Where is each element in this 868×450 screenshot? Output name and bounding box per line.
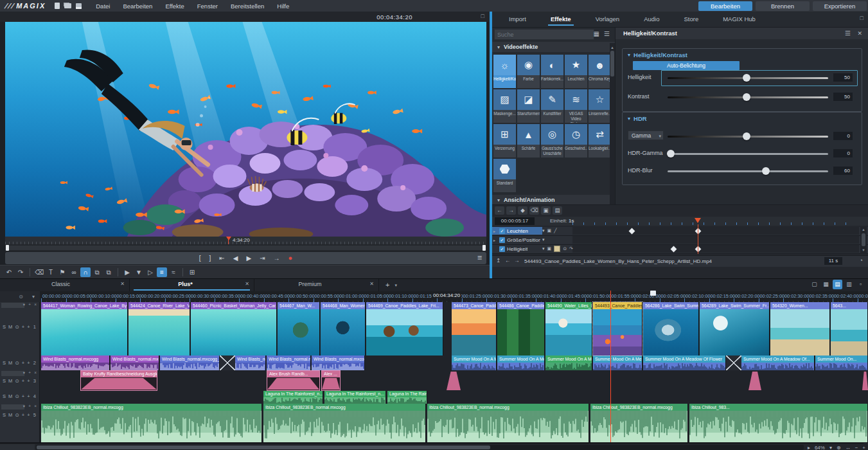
- track-4-buttons[interactable]: S M ⊙ + +: [3, 393, 31, 399]
- video-clip[interactable]: 564286_Lake_Swim_Summer_Friends_B: [643, 302, 699, 356]
- clock-icon[interactable]: ◔: [860, 257, 863, 264]
- track-5-header[interactable]: ▾+×S M ⊙ + +5: [0, 404, 40, 442]
- effects-section-videoeffekte[interactable]: ▾Videoeffekte: [492, 42, 615, 52]
- effect-tile-lookabglei[interactable]: ⇄Lookabglei...: [589, 124, 611, 158]
- effect-tile-standard[interactable]: Standard: [493, 159, 516, 192]
- mouse-mode-track[interactable]: ▷: [145, 267, 155, 277]
- keyframe-row-helligkeit[interactable]: ✓Helligkeit▾▣⊙↷: [492, 245, 868, 254]
- title-tool[interactable]: T: [46, 267, 56, 277]
- chevron-down-icon[interactable]: ▾: [23, 404, 25, 409]
- track-3-header[interactable]: ▾+×S M ⊙ + +3: [0, 370, 40, 391]
- menu-hilfe[interactable]: Hilfe: [272, 1, 294, 11]
- project-tab-premium[interactable]: Premium✕: [254, 279, 379, 291]
- effects-section-ansicht-animation[interactable]: ▾Ansicht/Animation: [492, 195, 615, 205]
- workflow-exportieren-button[interactable]: Exportieren: [813, 1, 867, 11]
- checkbox-gr-e-position[interactable]: ✓: [499, 237, 505, 243]
- hdr-gamma-value[interactable]: 0: [833, 149, 853, 158]
- mode-timeline-icon[interactable]: ▢: [810, 280, 819, 289]
- timeline-marker[interactable]: [650, 291, 656, 296]
- video-clip[interactable]: 5643...: [831, 302, 868, 356]
- mode-storyboard-icon[interactable]: ▦: [821, 280, 831, 289]
- tab-list-icon[interactable]: ▾: [394, 279, 397, 291]
- zoom-in-button[interactable]: +: [862, 445, 865, 450]
- keyframe-playhead-marker[interactable]: [695, 218, 701, 223]
- effect-tile-helligkeit-kontrast[interactable]: ☼Helligkeit/Kontrast: [493, 55, 516, 88]
- new-tab-button[interactable]: +: [385, 279, 389, 291]
- add-icon[interactable]: +: [28, 404, 31, 408]
- tab-vorlagen[interactable]: Vorlagen: [593, 14, 623, 26]
- effect-tile-kunstfilter[interactable]: ✎Kunstfilter: [541, 89, 563, 123]
- music-clip[interactable]: Ibiza Chillout_983823EB_normal.mxcogg: [427, 404, 589, 442]
- range-handle-right[interactable]: [483, 245, 486, 251]
- range-handle-left[interactable]: [6, 245, 9, 251]
- checkbox-helligkeit[interactable]: ✓: [499, 246, 505, 252]
- track-name-field[interactable]: [1, 303, 24, 308]
- lock-icon[interactable]: ⊙: [19, 294, 23, 300]
- effect-tile-vegas-video-stab[interactable]: ≋VEGAS Video Stab...: [565, 89, 587, 123]
- ungroup-button[interactable]: ⧉: [103, 267, 114, 277]
- audio-clip[interactable]: Summer Mood On A Meadow...: [497, 356, 545, 370]
- object-mode[interactable]: ≡: [157, 267, 167, 277]
- curve-mode[interactable]: ≈: [168, 267, 179, 277]
- track-5-buttons[interactable]: S M ⊙ + +: [3, 412, 31, 418]
- list-view-icon[interactable]: ☰: [604, 30, 610, 37]
- kf-prev-button[interactable]: ←: [495, 206, 504, 215]
- audio-clip[interactable]: Summer Mood On A Meadow Of...: [741, 356, 815, 370]
- mark-out-button[interactable]: ]: [209, 252, 211, 264]
- audio-clip[interactable]: Summer Mood On...: [815, 356, 868, 370]
- save-project-icon[interactable]: [76, 3, 82, 9]
- video-clip[interactable]: 544473_Canoe_Paddles...: [452, 302, 497, 356]
- title-clip[interactable]: Alex Brush Randb...: [267, 370, 320, 391]
- zoom-out-button[interactable]: −: [855, 445, 858, 450]
- range-play-icon[interactable]: ▸: [808, 445, 810, 450]
- audio-meter-icon[interactable]: ≣: [477, 254, 483, 261]
- video-clip[interactable]: 544493_Canoe_Paddles_...: [593, 302, 642, 356]
- helligkeit-value[interactable]: 50: [833, 73, 853, 82]
- audio-clip[interactable]: Wind Blasts_normal.mxcogg: [312, 356, 365, 370]
- mode-scene-icon[interactable]: ▤: [833, 280, 842, 289]
- new-project-icon[interactable]: [55, 3, 60, 9]
- project-tab-plus[interactable]: Plus*✕: [130, 279, 254, 291]
- keyframe-ruler[interactable]: [492, 217, 868, 226]
- track-2-buttons[interactable]: S M ⊙ + +: [3, 360, 31, 366]
- video-clip[interactable]: 564289_Lake_Swim_Summer_Fr...: [700, 302, 770, 356]
- crossfade[interactable]: [220, 356, 235, 370]
- effect-tile-linsenrefle[interactable]: ☆Linsenrefle...: [589, 89, 611, 123]
- preview-video[interactable]: [5, 22, 486, 237]
- panel-close-icon[interactable]: ✕: [857, 28, 862, 39]
- jump-start-button[interactable]: ⇤: [219, 252, 224, 264]
- music-clip[interactable]: Ibiza Chillout_983823EB_normal.mxcogg: [41, 404, 262, 442]
- next-object-icon[interactable]: →: [514, 257, 520, 264]
- ruler-options-icon[interactable]: ▾: [32, 294, 35, 300]
- effect-tile-stanzformen[interactable]: ◪Stanzformen: [517, 89, 540, 123]
- title-clip[interactable]: [447, 370, 461, 391]
- timeline-playhead[interactable]: [610, 291, 611, 442]
- crossfade[interactable]: [726, 356, 741, 370]
- zoom-preset-icon[interactable]: ▾: [829, 445, 832, 450]
- title-clip[interactable]: Baby Kruffy Randbeschneidung Ausgleich..…: [80, 370, 157, 391]
- audio-clip[interactable]: Summer Mood On A Meadow Of Flower: [643, 356, 726, 370]
- music-clip[interactable]: Ibiza Chillout_983823EB_normal.mxcogg: [263, 404, 426, 442]
- preview-scrub-ruler[interactable]: 4:34:20: [5, 237, 486, 244]
- kontrast-slider-handle[interactable]: [743, 93, 750, 101]
- auto-belichtung-button[interactable]: Auto-Belichtung: [633, 61, 740, 70]
- menu-datei[interactable]: Datei: [91, 1, 115, 11]
- hdr-gamma-slider-handle[interactable]: [667, 150, 675, 158]
- helligkeit-slider-handle[interactable]: [743, 74, 750, 82]
- marker-tool[interactable]: ⚑: [57, 267, 67, 277]
- kf-next-button[interactable]: →: [506, 206, 516, 215]
- chevron-down-icon[interactable]: ▾: [23, 370, 25, 375]
- prev-frame-button[interactable]: ◀: [233, 252, 238, 264]
- menu-bereitstellen[interactable]: Bereitstellen: [226, 1, 269, 11]
- tab-effekte[interactable]: Effekte: [548, 14, 574, 26]
- mouse-mode-all[interactable]: ▼: [134, 267, 144, 277]
- chevron-down-icon[interactable]: ▾: [23, 302, 25, 307]
- video-clip[interactable]: 544490_Water_Lilies_Lake_Li...: [545, 302, 592, 356]
- gamma-value[interactable]: 0: [833, 132, 853, 140]
- gamma-dropdown[interactable]: Gamma▾: [628, 130, 664, 140]
- play-button[interactable]: ▶: [246, 252, 251, 264]
- effect-tile-sch-rfe[interactable]: ▲Schärfe: [517, 124, 540, 158]
- keyframe-scrollbar[interactable]: ▲ ▼: [860, 227, 867, 254]
- keyframe-row-gr-e-position[interactable]: ▸✓Größe/Position/...▾: [492, 236, 868, 245]
- mode-overview-icon[interactable]: ▥: [844, 280, 854, 289]
